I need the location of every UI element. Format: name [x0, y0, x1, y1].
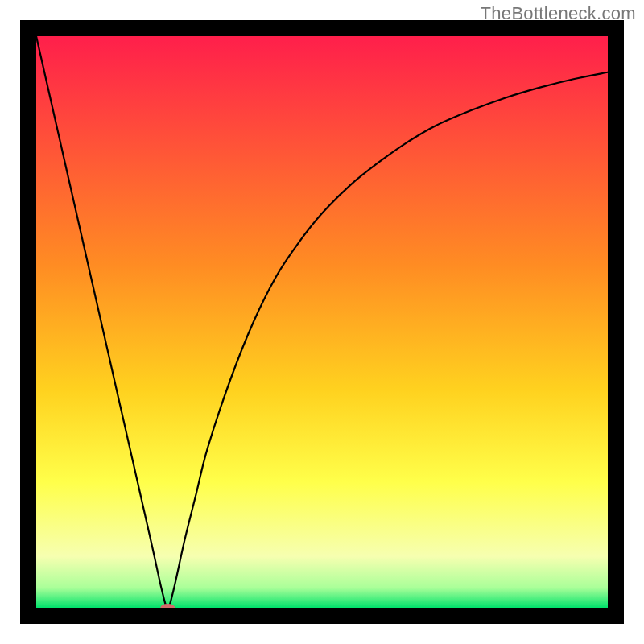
plot-border	[20, 20, 624, 624]
gradient-background	[36, 36, 608, 608]
watermark-text: TheBottleneck.com	[481, 3, 636, 24]
chart-container: TheBottleneck.com	[0, 0, 644, 644]
chart-svg	[36, 36, 608, 608]
plot-area	[36, 36, 608, 608]
